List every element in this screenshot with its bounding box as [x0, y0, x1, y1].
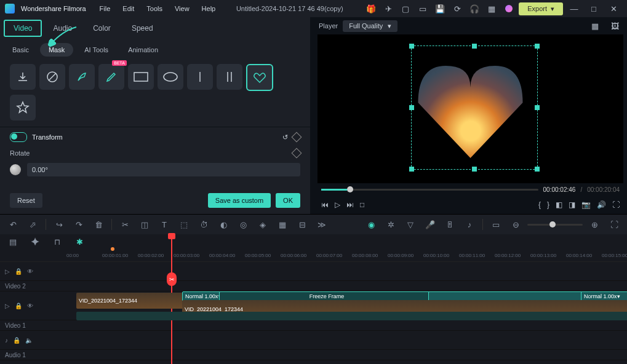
audio-wave-1[interactable] [76, 312, 185, 320]
lock-icon[interactable]: 🔒 [15, 268, 22, 275]
reset-button[interactable]: Reset [10, 193, 42, 208]
stop-icon[interactable]: □ [360, 200, 364, 209]
fullscreen-icon[interactable]: ⛶ [612, 200, 620, 209]
lock-icon[interactable]: 🔒 [13, 337, 20, 344]
crop2-icon[interactable]: ⬚ [176, 216, 192, 232]
minimize-button[interactable]: — [565, 4, 583, 14]
layout1-icon[interactable]: ▢ [398, 1, 413, 16]
selection-box[interactable] [411, 46, 538, 170]
menu-tools[interactable]: Tools [146, 5, 162, 12]
send-icon[interactable]: ✈ [381, 1, 396, 16]
undo-icon[interactable]: ↶ [5, 216, 21, 232]
mark-out-icon[interactable]: ◨ [569, 200, 575, 209]
marker-tb-icon[interactable]: ▽ [402, 216, 418, 232]
mask-import-icon[interactable] [10, 64, 36, 90]
save-as-custom-button[interactable]: Save as custom [208, 193, 271, 208]
profile-icon[interactable] [501, 1, 516, 16]
pointer-icon[interactable]: ⬀ [25, 216, 41, 232]
tl-link-icon[interactable]: ⯌ [27, 234, 43, 250]
reset-icon[interactable]: ↺ [282, 133, 288, 141]
mask-double-line-icon[interactable] [217, 64, 242, 90]
text-icon[interactable]: T [156, 216, 172, 232]
volume-icon[interactable]: 🔊 [597, 200, 606, 209]
zoom-in-icon[interactable]: ⊕ [586, 216, 602, 232]
color-icon[interactable]: ◐ [215, 216, 231, 232]
tab-video[interactable]: Video [4, 20, 42, 37]
mask-pen-icon[interactable]: BETA [98, 64, 124, 90]
image-view-icon[interactable]: 🖼 [607, 18, 622, 33]
eye-icon[interactable]: 👁 [27, 303, 33, 309]
delete-icon[interactable]: 🗑 [90, 216, 106, 232]
mixer-icon[interactable]: 🎚 [442, 216, 458, 232]
timeline-ruler[interactable]: 00:0000:00:01:0000:00:02:0000:00:03:0000… [0, 249, 627, 262]
layout2-icon[interactable]: ▭ [415, 1, 430, 16]
group-icon[interactable]: ▭ [488, 216, 504, 232]
menu-file[interactable]: File [100, 5, 111, 12]
keyframe-icon[interactable] [292, 132, 302, 143]
snapshot-icon[interactable]: 📷 [581, 200, 591, 209]
mask-star-icon[interactable] [10, 95, 36, 121]
mask-rectangle-icon[interactable] [128, 64, 154, 90]
mask-none-icon[interactable] [39, 64, 65, 90]
brace-close-icon[interactable]: } [547, 200, 549, 209]
tl-magnet-icon[interactable]: ⊓ [49, 234, 65, 250]
mute-icon[interactable]: 🔈 [25, 337, 33, 344]
preview-canvas[interactable] [317, 34, 623, 183]
rotate-keyframe-icon[interactable] [292, 148, 302, 159]
brace-open-icon[interactable]: { [538, 200, 541, 209]
mask-ellipse-icon[interactable] [158, 64, 183, 90]
next-frame-icon[interactable]: ⏭ [346, 200, 354, 209]
music-icon[interactable]: ♪ [461, 216, 477, 232]
speed-icon[interactable]: ⏱ [196, 216, 212, 232]
cut-icon[interactable]: ✂ [117, 216, 133, 232]
zoom-slider[interactable] [527, 224, 583, 226]
audio-wave-2[interactable] [182, 312, 627, 320]
cloud-icon[interactable]: ⟳ [450, 1, 465, 16]
mic-icon[interactable]: 🎤 [422, 216, 438, 232]
playback-slider[interactable]: 00:00:02:46 / 00:00:20:04 [314, 183, 627, 196]
crop-icon[interactable]: ◫ [137, 216, 153, 232]
effects-icon[interactable]: ◎ [235, 216, 251, 232]
video-track-icon[interactable]: ▷ [5, 268, 10, 275]
tab-speed[interactable]: Speed [122, 20, 163, 37]
ai-icon[interactable]: ◉ [363, 216, 379, 232]
fit-icon[interactable]: ⛶ [606, 216, 622, 232]
video-track-icon[interactable]: ▷ [5, 303, 10, 309]
detach-icon[interactable]: ⊟ [294, 216, 310, 232]
headset-icon[interactable]: 🎧 [467, 1, 482, 16]
gift-icon[interactable]: 🎁 [364, 1, 378, 16]
maximize-button[interactable]: □ [585, 4, 602, 14]
tab-color[interactable]: Color [83, 20, 121, 37]
marker-dot[interactable] [111, 247, 114, 251]
mask-brush-icon[interactable] [69, 64, 95, 90]
redo2-icon[interactable]: ↪ [51, 216, 67, 232]
lock-icon[interactable]: 🔒 [15, 303, 22, 309]
mask-heart-icon[interactable] [246, 64, 273, 91]
subtab-aitools[interactable]: AI Tools [76, 43, 117, 57]
mark-in-icon[interactable]: ◧ [556, 200, 562, 209]
redo-icon[interactable]: ↷ [71, 216, 87, 232]
grid-view-icon[interactable]: ▦ [588, 18, 602, 33]
subtab-basic[interactable]: Basic [4, 43, 38, 57]
save-icon[interactable]: 💾 [433, 1, 447, 16]
rotate-knob[interactable] [10, 164, 21, 175]
transform-toggle[interactable] [10, 132, 27, 142]
grid-icon[interactable]: ▦ [484, 1, 499, 16]
play-icon[interactable]: ▷ [335, 200, 340, 209]
adjust-icon[interactable]: ✲ [383, 216, 399, 232]
menu-help[interactable]: Help [202, 5, 216, 12]
audio-track-icon[interactable]: ♪ [5, 337, 8, 344]
green-screen-icon[interactable]: ▦ [274, 216, 290, 232]
close-button[interactable]: ✕ [605, 4, 622, 14]
tl-layout-icon[interactable]: ▤ [5, 234, 21, 250]
rotate-value-input[interactable]: 0.00° [27, 163, 300, 176]
quality-dropdown[interactable]: Full Quality▾ [343, 20, 397, 32]
menu-edit[interactable]: Edit [122, 5, 134, 12]
export-button[interactable]: Export▾ [519, 2, 563, 15]
clip-1[interactable]: VID_20221004_172344 [76, 293, 185, 309]
prev-frame-icon[interactable]: ⏮ [321, 200, 329, 209]
ok-button[interactable]: OK [276, 193, 300, 208]
subtab-animation[interactable]: Animation [119, 43, 167, 57]
menu-view[interactable]: View [175, 5, 190, 12]
tl-marker-icon[interactable]: ✱ [71, 234, 87, 250]
